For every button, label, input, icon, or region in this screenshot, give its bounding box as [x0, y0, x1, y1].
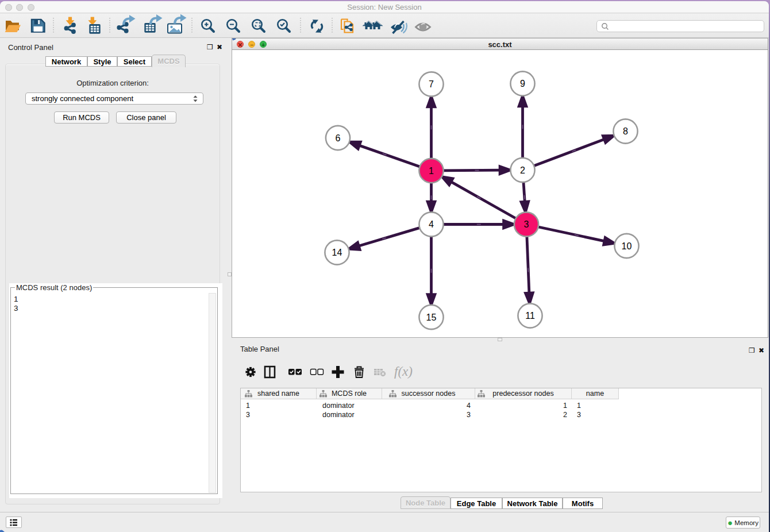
svg-text:14: 14 — [332, 248, 342, 257]
svg-text:11: 11 — [525, 311, 535, 321]
svg-text:8: 8 — [623, 126, 628, 136]
svg-text:9: 9 — [520, 79, 525, 88]
svg-text:6: 6 — [336, 133, 341, 143]
svg-text:2: 2 — [520, 165, 525, 175]
svg-text:1: 1 — [429, 166, 434, 176]
svg-text:4: 4 — [429, 219, 434, 229]
svg-text:7: 7 — [429, 79, 434, 89]
svg-text:10: 10 — [622, 241, 632, 251]
svg-text:f(x): f(x) — [394, 364, 413, 379]
svg-text:15: 15 — [426, 313, 437, 322]
svg-text:3: 3 — [524, 219, 529, 229]
